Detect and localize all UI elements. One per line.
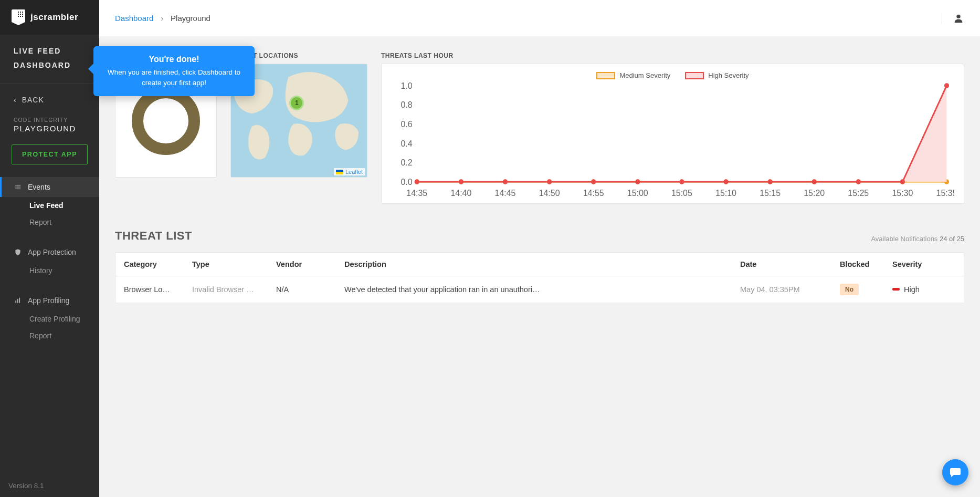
col-date[interactable]: Date (740, 260, 840, 268)
svg-text:1.0: 1.0 (401, 82, 412, 90)
cell-category: Browser Lo… (124, 285, 192, 294)
nav-item-app-protection[interactable]: App Protection (0, 242, 99, 262)
protect-app-button[interactable]: PROTECT APP (12, 144, 88, 164)
col-vendor[interactable]: Vendor (276, 260, 344, 268)
avail-count: 24 of 25 (940, 235, 964, 243)
threat-table: Category Type Vendor Description Date Bl… (115, 252, 964, 303)
divider (0, 84, 99, 84)
svg-point-33 (503, 179, 508, 184)
svg-point-9 (956, 14, 960, 18)
legend-swatch-high-icon (685, 72, 704, 79)
svg-point-37 (679, 179, 684, 184)
nav-sub-profiling-report[interactable]: Report (0, 327, 99, 344)
sidebar-link-dashboard[interactable]: DASHBOARD (0, 58, 99, 73)
threats-last-hour-panel: THREATS LAST HOUR Medium Severity High S… (381, 52, 964, 204)
svg-text:14:45: 14:45 (495, 188, 516, 197)
svg-text:15:00: 15:00 (627, 188, 648, 197)
legend-label: Medium Severity (619, 71, 670, 79)
nav-sub-create-profiling[interactable]: Create Profiling (0, 310, 99, 327)
nav-item-events[interactable]: Events (0, 177, 99, 197)
back-label: BACK (22, 96, 44, 104)
svg-rect-3 (16, 187, 20, 188)
svg-text:14:40: 14:40 (450, 188, 471, 197)
svg-text:0.2: 0.2 (401, 158, 412, 167)
svg-marker-30 (417, 86, 946, 182)
avail-label: Available Notifications (871, 235, 937, 243)
cell-vendor: N/A (276, 285, 344, 294)
table-header: Category Type Vendor Description Date Bl… (115, 253, 964, 276)
svg-rect-6 (15, 301, 16, 303)
cell-type: Invalid Browser … (192, 285, 276, 294)
chat-button[interactable] (942, 459, 968, 485)
tour-body: When you are finished, click Dashboard t… (101, 67, 247, 88)
logo-icon (12, 9, 25, 25)
cell-blocked: No (840, 284, 892, 295)
context-app-name: PLAYGROUND (0, 124, 99, 136)
blocked-badge: No (840, 284, 859, 295)
svg-rect-2 (15, 187, 15, 188)
leaflet-link[interactable]: Leaflet (345, 169, 363, 175)
breadcrumb-root[interactable]: Dashboard (115, 14, 153, 23)
donut-chart (132, 87, 200, 155)
svg-point-42 (900, 179, 905, 184)
svg-text:15:10: 15:10 (715, 188, 736, 197)
nav-item-label: Events (28, 183, 50, 191)
logo-text: jscrambler (30, 12, 78, 23)
sidebar-link-live-feed[interactable]: LIVE FEED (0, 44, 99, 58)
nav: Events Live Feed Report App Protection H… (0, 177, 99, 344)
svg-point-34 (547, 179, 552, 184)
threat-list-title: THREAT LIST (115, 229, 192, 243)
breadcrumb: Dashboard › Playground (115, 14, 210, 23)
svg-point-38 (723, 179, 728, 184)
nav-sub-events-report[interactable]: Report (0, 214, 99, 231)
list-icon (14, 183, 22, 191)
svg-point-31 (415, 179, 419, 184)
logo[interactable]: jscrambler (0, 0, 99, 35)
severity-high-icon (892, 288, 900, 291)
legend-high: High Severity (685, 71, 749, 79)
col-type[interactable]: Type (192, 260, 276, 268)
svg-text:15:35: 15:35 (936, 188, 954, 197)
svg-point-36 (635, 179, 640, 184)
cell-description: We've detected that your application ran… (344, 285, 740, 294)
chart-card: Medium Severity High Severity 0.00.20.40… (381, 64, 964, 204)
user-icon[interactable] (942, 13, 964, 24)
chart-legend: Medium Severity High Severity (391, 71, 954, 79)
nav-sub-history[interactable]: History (0, 262, 99, 279)
col-blocked[interactable]: Blocked (840, 260, 892, 268)
col-description[interactable]: Description (344, 260, 740, 268)
svg-text:0.8: 0.8 (401, 100, 412, 109)
svg-point-32 (459, 179, 463, 184)
tour-title: You're done! (101, 55, 247, 64)
nav-item-app-profiling[interactable]: App Profiling (0, 291, 99, 310)
nav-item-label: App Protection (28, 248, 76, 256)
svg-point-40 (812, 179, 817, 184)
version-label: Version 8.1 (0, 474, 99, 497)
legend-medium: Medium Severity (596, 71, 670, 79)
tour-popup[interactable]: You're done! When you are finished, clic… (93, 46, 255, 96)
table-row[interactable]: Browser Lo… Invalid Browser … N/A We've … (115, 276, 964, 303)
context-category-label: CODE INTEGRITY (0, 107, 99, 124)
panel-title: THREATS LAST HOUR (381, 52, 964, 64)
nav-sub-live-feed[interactable]: Live Feed (0, 197, 99, 214)
svg-text:15:15: 15:15 (760, 188, 781, 197)
shield-icon (14, 248, 22, 256)
svg-rect-5 (16, 189, 20, 189)
svg-rect-0 (15, 185, 15, 185)
svg-text:0.0: 0.0 (401, 177, 412, 187)
svg-point-41 (856, 179, 861, 184)
svg-text:0.4: 0.4 (401, 139, 412, 148)
svg-text:15:20: 15:20 (804, 188, 825, 197)
svg-text:14:50: 14:50 (539, 188, 560, 197)
col-category[interactable]: Category (124, 260, 192, 268)
chevron-left-icon: ‹ (14, 96, 17, 104)
chat-icon (949, 466, 962, 479)
content: . THREAT LOCATIONS (99, 36, 980, 497)
svg-rect-1 (16, 185, 20, 185)
sidebar: jscrambler LIVE FEED DASHBOARD ‹ BACK CO… (0, 0, 99, 497)
col-severity[interactable]: Severity (892, 260, 955, 268)
svg-text:0.6: 0.6 (401, 119, 412, 129)
map-attribution: Leaflet (334, 168, 365, 175)
svg-point-43 (944, 83, 949, 88)
back-button[interactable]: ‹ BACK (0, 92, 99, 107)
